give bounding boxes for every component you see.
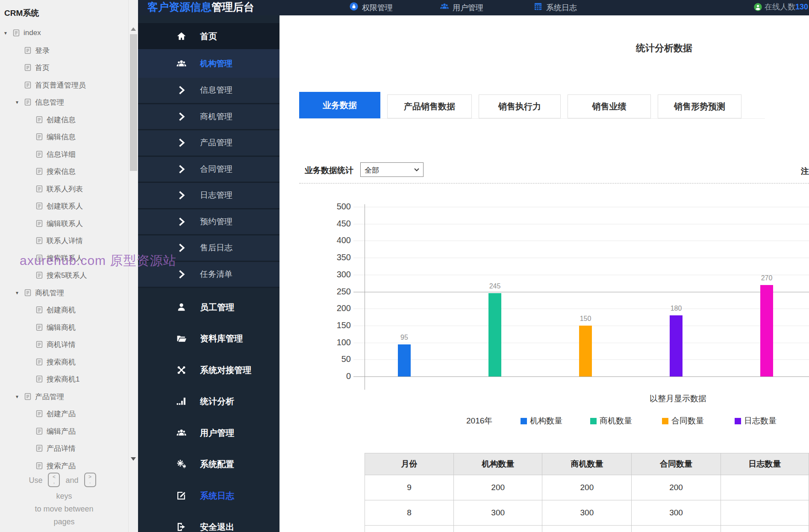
tree-item[interactable]: 搜索商机 [0, 353, 128, 370]
gridline [353, 309, 809, 309]
tree-item[interactable]: 产品详情 [0, 440, 128, 457]
gridline [353, 258, 809, 258]
tree-item[interactable]: ▼index [0, 24, 128, 41]
scroll-down-icon[interactable] [131, 457, 136, 461]
legend-label: 合同数量 [671, 416, 704, 425]
tree-item[interactable]: 编辑信息 [0, 128, 128, 145]
prev-page-key-icon: <, [48, 473, 60, 487]
sidebar-item-label: 产品管理 [200, 137, 232, 148]
tab-销售形势预测[interactable]: 销售形势预测 [658, 94, 741, 118]
sidebar-item-label: 系统配置 [200, 459, 234, 470]
sidebar-item-信息管理[interactable]: 信息管理 [138, 78, 279, 104]
tree-item[interactable]: 编辑商机 [0, 319, 128, 336]
tab-业务数据[interactable]: 业务数据 [299, 92, 380, 118]
tab-销售执行力[interactable]: 销售执行力 [479, 94, 561, 118]
app-title: 客户资源信息管理后台 [147, 0, 254, 14]
bar-value-label: 95 [391, 334, 417, 341]
tree-item[interactable]: 首页普通管理员 [0, 76, 128, 94]
lock-icon [349, 2, 359, 11]
legend-item-机构数量: 机构数量 [521, 415, 562, 426]
expand-arrow-icon[interactable]: ▼ [15, 394, 19, 399]
sidebar-item-预约管理[interactable]: 预约管理 [138, 209, 279, 236]
tree-item-label: 创建产品 [47, 409, 76, 419]
legend-label: 机构数量 [530, 416, 562, 425]
pager-hint-line3: to move between [0, 505, 128, 514]
document-icon [24, 289, 31, 297]
sidebar-item-系统日志[interactable]: 系统日志 [138, 480, 279, 511]
tree-item[interactable]: 创建联系人 [0, 197, 128, 215]
tree-item[interactable]: 搜索产品 [0, 457, 128, 470]
legend-item-合同数量: 合同数量 [662, 415, 704, 426]
sidebar-item-日志管理[interactable]: 日志管理 [138, 183, 279, 209]
tree-item[interactable]: 创建产品 [0, 405, 128, 422]
sidebar-item-用户管理[interactable]: 用户管理 [138, 417, 279, 449]
legend-year-label: 2016年 [466, 415, 492, 426]
tree-item-label: index [24, 29, 41, 37]
tree-item[interactable]: ▼商机管理 [0, 284, 128, 301]
tree-item[interactable]: 搜索信息 [0, 163, 128, 180]
sidebar-item-安全退出[interactable]: 安全退出 [138, 511, 279, 532]
sidebar-item-机构管理[interactable]: 机构管理 [138, 49, 279, 78]
tree-item[interactable]: 搜索商机1 [0, 370, 128, 388]
table-header-cell: 机构数量 [453, 453, 542, 475]
sidebar-item-系统对接管理[interactable]: 系统对接管理 [138, 354, 279, 386]
tab-销售业绩[interactable]: 销售业绩 [568, 94, 651, 118]
table-cell: 200 [453, 475, 542, 500]
person-icon [176, 302, 187, 312]
tree-item-label: 编辑商机 [47, 322, 76, 332]
tree-item-label: 产品管理 [35, 391, 64, 401]
document-icon [36, 168, 43, 175]
document-icon [36, 220, 43, 227]
tree-item-label: 首页普通管理员 [35, 80, 86, 90]
sidebar-item-首页[interactable]: 首页 [138, 23, 279, 49]
tree-item[interactable]: 登录 [0, 42, 128, 59]
tree-item[interactable]: 创建商机 [0, 301, 128, 318]
sidebar-item-系统配置[interactable]: 系统配置 [138, 449, 279, 480]
sidebar-item-label: 系统对接管理 [200, 364, 251, 376]
tree-item[interactable]: ▼信息管理 [0, 94, 128, 111]
tree-item[interactable]: 编辑联系人 [0, 215, 128, 232]
tree-item[interactable]: 联系人列表 [0, 180, 128, 197]
sidebar-item-合同管理[interactable]: 合同管理 [138, 157, 279, 183]
tree-item[interactable]: 联系人详情 [0, 232, 128, 249]
tree-item[interactable]: 商机详情 [0, 336, 128, 353]
tree-item[interactable]: ▼产品管理 [0, 388, 128, 405]
tree-item[interactable]: 编辑产品 [0, 423, 128, 440]
y-axis-tick: 300 [317, 270, 351, 279]
gears-icon [176, 459, 187, 470]
chevron-right-icon [176, 111, 187, 122]
expand-arrow-icon[interactable]: ▼ [15, 290, 19, 295]
scrollbar-thumb[interactable] [130, 34, 137, 171]
tree-item[interactable]: 创建信息 [0, 111, 128, 128]
y-axis-tick: 50 [317, 354, 351, 364]
document-icon [36, 185, 43, 193]
sidebar-item-产品管理[interactable]: 产品管理 [138, 130, 279, 157]
users-icon [440, 2, 449, 11]
tree-item[interactable]: 首页 [0, 59, 128, 76]
table-cell: 9 [365, 475, 454, 500]
tree-item-label: 登录 [35, 45, 50, 55]
sidebar-item-资料库管理[interactable]: 资料库管理 [138, 323, 279, 355]
tab-产品销售数据[interactable]: 产品销售数据 [387, 94, 472, 118]
table-header-cell: 日志数量 [721, 453, 809, 475]
calendar-icon [533, 2, 543, 11]
edit-icon [176, 490, 187, 501]
sidebar-item-员工管理[interactable]: 员工管理 [138, 291, 279, 323]
expand-arrow-icon[interactable]: ▼ [3, 31, 8, 35]
table-cell: 300 [542, 500, 632, 526]
monthly-data-table: 月份机构数量商机数量合同数量日志数量9200200200830030030071… [365, 453, 809, 532]
sidebar-item-label: 合同管理 [200, 164, 232, 175]
gridline [353, 292, 809, 292]
tree-item[interactable]: 信息详细 [0, 146, 128, 163]
app-title-highlight: 客户资源信息 [147, 1, 212, 13]
expand-arrow-icon[interactable]: ▼ [15, 100, 19, 105]
clipped-right-text: 注 [801, 166, 809, 177]
document-icon [36, 427, 43, 435]
document-icon [36, 202, 43, 210]
sidebar-item-统计分析[interactable]: 统计分析 [138, 386, 279, 417]
sidebar-item-商机管理[interactable]: 商机管理 [138, 104, 279, 131]
bar-value-label: 270 [754, 274, 780, 282]
chart-filter-select[interactable]: 全部 [360, 162, 424, 177]
scroll-up-icon[interactable] [131, 27, 136, 31]
document-icon [13, 29, 20, 37]
